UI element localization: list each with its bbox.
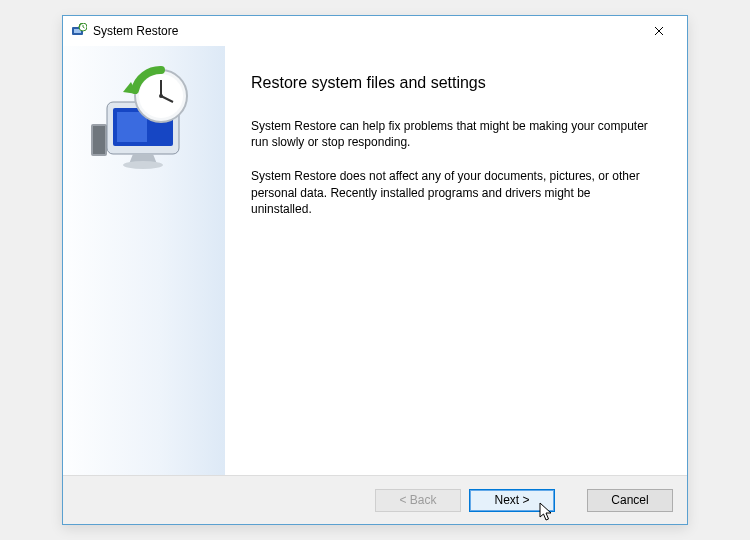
content-area: Restore system files and settings System… [63,46,687,476]
restore-illustration-icon [89,62,199,172]
page-heading: Restore system files and settings [251,74,661,92]
window-title: System Restore [93,24,178,38]
close-icon [654,26,664,36]
svg-rect-4 [93,126,105,154]
svg-point-8 [123,161,163,169]
titlebar: System Restore [63,16,687,46]
system-restore-icon [71,23,87,39]
system-restore-window: System Restore [62,15,688,525]
intro-paragraph-2: System Restore does not affect any of yo… [251,168,651,217]
close-button[interactable] [639,19,679,43]
wizard-sidebar [63,46,225,475]
wizard-footer: < Back Next > Cancel [63,476,687,524]
back-button: < Back [375,489,461,512]
next-button[interactable]: Next > [469,489,555,512]
svg-point-13 [159,94,163,98]
intro-paragraph-1: System Restore can help fix problems tha… [251,118,651,150]
main-panel: Restore system files and settings System… [225,46,687,475]
svg-rect-7 [117,112,147,142]
cancel-button[interactable]: Cancel [587,489,673,512]
